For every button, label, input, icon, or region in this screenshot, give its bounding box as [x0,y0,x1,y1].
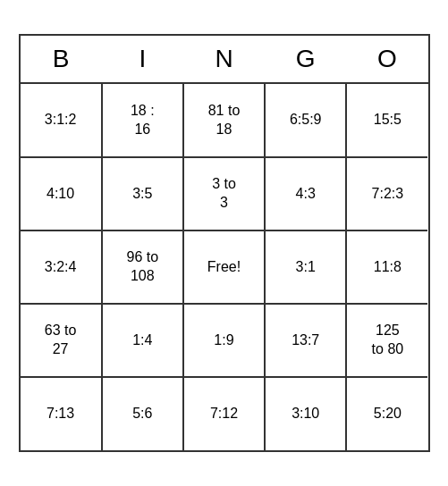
table-cell-12: Free! [183,230,265,304]
table-cell-15: 63 to27 [21,304,102,377]
table-cell-5: 4:10 [21,157,102,230]
table-cell-13: 3:1 [265,230,346,304]
table-cell-19: 125to 80 [346,304,427,377]
header-g: G [265,36,346,82]
header-n: N [183,36,265,82]
table-cell-16: 1:4 [102,304,183,377]
table-cell-20: 7:13 [21,377,102,450]
table-cell-14: 11:8 [346,230,427,304]
table-cell-23: 3:10 [265,377,346,450]
header-i: I [102,36,183,82]
table-cell-7: 3 to3 [183,157,265,230]
table-cell-1: 18 :16 [102,84,183,157]
header-b: B [21,36,102,82]
table-cell-2: 81 to18 [183,84,265,157]
table-cell-11: 96 to108 [102,230,183,304]
table-cell-17: 1:9 [183,304,265,377]
table-cell-4: 15:5 [346,84,427,157]
bingo-card: B I N G O 3:1:218 :1681 to186:5:915:54:1… [19,34,430,452]
table-cell-18: 13:7 [265,304,346,377]
table-cell-21: 5:6 [102,377,183,450]
table-cell-8: 4:3 [265,157,346,230]
table-cell-22: 7:12 [183,377,265,450]
table-cell-24: 5:20 [346,377,427,450]
table-cell-6: 3:5 [102,157,183,230]
table-cell-9: 7:2:3 [346,157,427,230]
table-cell-10: 3:2:4 [21,230,102,304]
bingo-header: B I N G O [21,36,428,84]
table-cell-3: 6:5:9 [265,84,346,157]
table-cell-0: 3:1:2 [21,84,102,157]
header-o: O [346,36,427,82]
bingo-grid: 3:1:218 :1681 to186:5:915:54:103:53 to34… [21,84,428,450]
